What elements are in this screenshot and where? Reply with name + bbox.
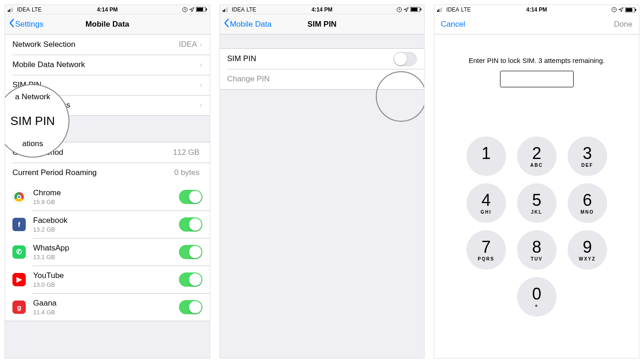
chevron-left-icon bbox=[224, 18, 229, 30]
back-label: Settings bbox=[15, 20, 43, 29]
status-time: 4:14 PM bbox=[311, 6, 332, 13]
keypad-key-7[interactable]: 7PQRS bbox=[466, 230, 506, 270]
done-button: Done bbox=[614, 20, 632, 29]
network-label: LTE bbox=[32, 6, 41, 13]
svg-rect-3 bbox=[12, 7, 13, 12]
svg-rect-1 bbox=[9, 9, 10, 12]
key-letters: DEF bbox=[581, 163, 593, 168]
battery-icon bbox=[410, 7, 421, 12]
app-data-switch[interactable] bbox=[179, 300, 202, 314]
key-digit: 1 bbox=[482, 145, 491, 162]
keypad-key-8[interactable]: 8TUV bbox=[517, 230, 557, 270]
signal-icon bbox=[8, 7, 15, 12]
svg-rect-17 bbox=[438, 9, 439, 12]
keypad-key-1[interactable]: 1 bbox=[466, 136, 506, 176]
app-icon: ✆ bbox=[12, 245, 26, 259]
carrier-label: IDEA bbox=[17, 6, 30, 13]
sim-pin-switch[interactable] bbox=[393, 52, 417, 66]
row-value: IDEA bbox=[179, 40, 197, 49]
status-bar: IDEA LTE 4:14 PM bbox=[434, 5, 639, 14]
highlight-toggle bbox=[376, 71, 424, 122]
key-letters: ABC bbox=[530, 163, 543, 168]
app-data-switch[interactable] bbox=[179, 190, 202, 204]
rotation-lock-icon bbox=[397, 7, 402, 12]
key-letters: TUV bbox=[531, 256, 543, 261]
app-row[interactable]: ✆WhatsApp13.1 GB bbox=[5, 238, 210, 266]
svg-rect-15 bbox=[420, 8, 421, 11]
row-label: Mobile Data Network bbox=[12, 60, 200, 69]
app-name: Chrome bbox=[33, 188, 179, 198]
chevron-right-icon: › bbox=[200, 61, 202, 69]
svg-rect-9 bbox=[224, 9, 225, 12]
app-row[interactable]: gGaana11.4 GB bbox=[5, 293, 210, 321]
chevron-right-icon: › bbox=[200, 40, 202, 49]
svg-rect-7 bbox=[206, 8, 207, 11]
status-time: 4:14 PM bbox=[97, 6, 118, 13]
key-letters: MNO bbox=[581, 210, 594, 215]
location-icon bbox=[619, 7, 623, 12]
keypad-key-0[interactable]: 0+ bbox=[517, 277, 557, 317]
nav-bar: Cancel Done bbox=[434, 14, 639, 34]
pin-input[interactable] bbox=[500, 71, 574, 87]
app-icon: g bbox=[12, 301, 26, 314]
network-label: LTE bbox=[247, 6, 256, 13]
screen-sim-pin: IDEA LTE 4:14 PM Mobile Data SIM PIN SIM… bbox=[219, 5, 425, 358]
key-digit: 9 bbox=[583, 239, 592, 255]
carrier-label: IDEA bbox=[232, 6, 245, 13]
svg-rect-10 bbox=[225, 8, 226, 12]
app-data-switch[interactable] bbox=[179, 217, 202, 232]
nav-title: SIM PIN bbox=[307, 20, 336, 29]
app-icon: f bbox=[12, 218, 26, 231]
keypad-key-5[interactable]: 5JKL bbox=[517, 183, 557, 223]
back-button[interactable]: Mobile Data bbox=[224, 18, 272, 30]
svg-rect-19 bbox=[441, 7, 442, 12]
status-time: 4:14 PM bbox=[526, 6, 547, 13]
partial-text: a Network bbox=[15, 92, 51, 102]
row-current-period-roaming: Current Period Roaming 0 bytes bbox=[5, 163, 210, 183]
app-size: 13.2 GB bbox=[33, 226, 179, 233]
svg-rect-18 bbox=[440, 8, 441, 12]
app-icon: ▶ bbox=[12, 273, 26, 286]
keypad-key-4[interactable]: 4GHI bbox=[466, 183, 506, 223]
carrier-label: IDEA bbox=[446, 6, 459, 13]
key-letters: WXYZ bbox=[579, 256, 596, 261]
key-digit: 4 bbox=[482, 192, 491, 209]
key-letters: + bbox=[535, 303, 539, 308]
signal-icon bbox=[223, 7, 230, 12]
nav-bar: Settings Mobile Data bbox=[5, 14, 210, 34]
app-data-switch[interactable] bbox=[179, 245, 202, 259]
keypad: 1 2ABC3DEF4GHI5JKL6MNO7PQRS8TUV9WXYZ0+ bbox=[434, 136, 639, 317]
location-icon bbox=[190, 7, 194, 12]
key-digit: 3 bbox=[583, 145, 592, 162]
screen-mobile-data: IDEA LTE 4:14 PM Settings Mobile Data Ne… bbox=[5, 5, 210, 358]
nav-bar: Mobile Data SIM PIN bbox=[220, 14, 425, 34]
app-name: WhatsApp bbox=[33, 244, 179, 253]
back-label: Mobile Data bbox=[230, 20, 272, 29]
cancel-button[interactable]: Cancel bbox=[441, 20, 465, 29]
highlight-label: SIM PIN bbox=[11, 114, 55, 128]
app-row[interactable]: fFacebook13.2 GB bbox=[5, 210, 210, 238]
app-name: YouTube bbox=[33, 271, 179, 280]
app-row[interactable]: ▶YouTube13.0 GB bbox=[5, 266, 210, 293]
keypad-key-2[interactable]: 2ABC bbox=[517, 136, 557, 176]
app-row[interactable]: Chrome15.9 GB bbox=[5, 183, 210, 210]
keypad-key-9[interactable]: 9WXYZ bbox=[568, 230, 607, 270]
app-name: Facebook bbox=[33, 216, 179, 225]
svg-rect-2 bbox=[11, 8, 12, 12]
row-sim-pin-toggle[interactable]: SIM PIN bbox=[220, 49, 425, 69]
partial-text: ations bbox=[22, 139, 43, 148]
row-mobile-data-network[interactable]: Mobile Data Network › bbox=[5, 55, 210, 75]
back-button[interactable]: Settings bbox=[9, 18, 43, 30]
keypad-key-6[interactable]: 6MNO bbox=[568, 183, 607, 223]
rotation-lock-icon bbox=[182, 7, 188, 12]
status-bar: IDEA LTE 4:14 PM bbox=[5, 5, 210, 14]
app-data-switch[interactable] bbox=[179, 272, 202, 287]
keypad-key-3[interactable]: 3DEF bbox=[568, 136, 607, 176]
app-size: 11.4 GB bbox=[33, 309, 179, 316]
row-network-selection[interactable]: Network Selection IDEA › bbox=[5, 34, 210, 55]
svg-rect-16 bbox=[437, 10, 438, 12]
location-icon bbox=[404, 7, 408, 12]
battery-icon bbox=[625, 7, 636, 12]
chevron-right-icon: › bbox=[200, 81, 202, 89]
app-size: 15.9 GB bbox=[33, 199, 179, 205]
